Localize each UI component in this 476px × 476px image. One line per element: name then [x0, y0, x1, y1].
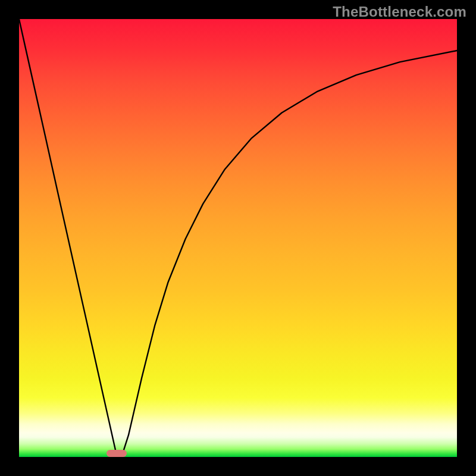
optimal-marker	[107, 450, 127, 457]
chart-plot-area	[19, 19, 457, 457]
watermark-text: TheBottleneck.com	[333, 4, 466, 20]
bottleneck-curve	[19, 19, 457, 457]
